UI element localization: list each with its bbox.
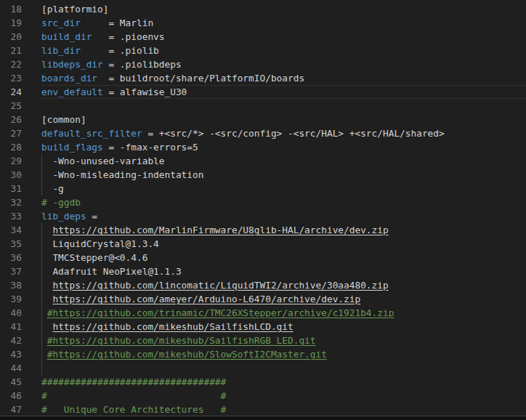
code-line-content[interactable] xyxy=(41,361,526,375)
code-token: # Unique Core Architectures # xyxy=(41,404,226,415)
code-line-content[interactable]: https://github.com/MarlinFirmware/U8glib… xyxy=(41,223,526,237)
code-token: = .piolibdeps xyxy=(103,59,182,70)
code-line-content[interactable]: TMCStepper@<0.4.6 xyxy=(41,251,526,264)
line-number[interactable]: 26 xyxy=(0,113,36,126)
code-line: 40 #https://github.com/trinamic/TMC26XSt… xyxy=(0,306,526,320)
code-line-content[interactable]: [common] xyxy=(41,113,526,126)
line-number[interactable]: 31 xyxy=(0,182,36,195)
url-link[interactable]: https://github.com/lincomatic/LiquidTWI2… xyxy=(52,280,388,291)
code-line: 46# # xyxy=(0,389,526,403)
url-link[interactable]: #https://github.com/mikeshub/SailfishRGB… xyxy=(47,335,316,346)
line-number[interactable]: 35 xyxy=(0,237,36,251)
line-number[interactable]: 41 xyxy=(0,320,36,334)
code-line-content[interactable]: # -ggdb xyxy=(41,195,526,209)
line-number[interactable]: 47 xyxy=(0,403,36,416)
code-line: 27default_src_filter = +<src/*> -<src/co… xyxy=(0,126,526,140)
code-line: 45################################# xyxy=(0,375,526,389)
line-number[interactable]: 20 xyxy=(0,30,36,44)
code-line-content[interactable]: ################################# xyxy=(41,375,526,389)
line-number[interactable]: 29 xyxy=(0,154,36,168)
line-number[interactable]: 21 xyxy=(0,44,36,57)
code-line-content[interactable]: # # xyxy=(41,389,526,403)
code-line-content[interactable] xyxy=(41,99,526,113)
url-link[interactable]: #https://github.com/trinamic/TMC26XStepp… xyxy=(47,307,394,318)
code-token: = alfawise_U30 xyxy=(103,86,187,97)
url-link[interactable]: https://github.com/ameyer/Arduino-L6470/… xyxy=(52,294,360,304)
code-line: 30 -Wno-misleading-indentation xyxy=(0,168,526,182)
code-line-content[interactable]: Adafruit NeoPixel@1.1.3 xyxy=(41,264,526,278)
code-token: build_flags xyxy=(41,142,103,153)
url-link[interactable]: https://github.com/mikeshub/SailfishLCD.… xyxy=(52,321,293,332)
line-number[interactable]: 46 xyxy=(0,389,36,403)
code-area: 18[platformio]19src_dir = Marlin20build_… xyxy=(0,0,526,416)
line-number[interactable]: 43 xyxy=(0,347,36,361)
code-line-content[interactable]: [platformio] xyxy=(41,2,526,16)
code-line-content[interactable]: LiquidCrystal@1.3.4 xyxy=(41,237,526,251)
line-number[interactable]: 36 xyxy=(0,251,36,264)
code-line-content[interactable]: boards_dir = buildroot/share/PlatformIO/… xyxy=(41,71,526,85)
code-line-content[interactable]: https://github.com/lincomatic/LiquidTWI2… xyxy=(41,278,526,292)
code-token: = -fmax-errors=5 xyxy=(103,142,198,153)
code-line-content[interactable]: # Unique Core Architectures # xyxy=(41,403,526,416)
line-number[interactable]: 18 xyxy=(0,2,36,16)
code-line-content[interactable]: -g xyxy=(41,182,526,195)
code-line: 34 https://github.com/MarlinFirmware/U8g… xyxy=(0,223,526,237)
code-line-content[interactable]: #https://github.com/mikeshub/SlowSoftI2C… xyxy=(41,347,526,361)
code-line: 42 #https://github.com/mikeshub/Sailfish… xyxy=(0,334,526,347)
code-token: Adafruit NeoPixel@1.1.3 xyxy=(41,266,182,277)
editor-bottom-border xyxy=(0,416,526,420)
code-line-content[interactable]: #https://github.com/mikeshub/SailfishRGB… xyxy=(41,334,526,347)
code-token: TMCStepper@<0.4.6 xyxy=(41,252,147,263)
url-link[interactable]: #https://github.com/mikeshub/SlowSoftI2C… xyxy=(47,349,327,360)
code-line-content[interactable]: https://github.com/mikeshub/SailfishLCD.… xyxy=(41,320,526,334)
line-number[interactable]: 38 xyxy=(0,278,36,292)
line-number[interactable]: 24 xyxy=(0,85,36,99)
line-number[interactable]: 30 xyxy=(0,168,36,182)
code-token: # -ggdb xyxy=(41,197,81,208)
line-number[interactable]: 44 xyxy=(0,361,36,375)
code-line: 29 -Wno-unused-variable xyxy=(0,154,526,168)
line-number[interactable]: 33 xyxy=(0,209,36,223)
code-line-content[interactable]: build_dir = .pioenvs xyxy=(41,30,526,44)
line-number[interactable]: 34 xyxy=(0,223,36,237)
code-line: 36 TMCStepper@<0.4.6 xyxy=(0,251,526,264)
code-token: = buildroot/share/PlatformIO/boards xyxy=(97,73,304,84)
code-line-content[interactable]: https://github.com/ameyer/Arduino-L6470/… xyxy=(41,292,526,306)
code-line: 25 xyxy=(0,99,526,113)
code-line-content[interactable]: #https://github.com/trinamic/TMC26XStepp… xyxy=(41,306,526,320)
line-number[interactable]: 28 xyxy=(0,140,36,154)
url-link[interactable]: https://github.com/MarlinFirmware/U8glib… xyxy=(52,225,388,235)
line-number[interactable]: 37 xyxy=(0,264,36,278)
code-token xyxy=(41,349,47,360)
code-line-content[interactable]: default_src_filter = +<src/*> -<src/conf… xyxy=(41,126,526,140)
line-number[interactable]: 23 xyxy=(0,71,36,85)
code-token: [common] xyxy=(41,114,86,125)
code-line-content[interactable]: env_default = alfawise_U30 xyxy=(41,85,526,99)
code-token: = +<src/*> -<src/config> -<src/HAL> +<sr… xyxy=(142,128,445,139)
code-line: 32# -ggdb xyxy=(0,195,526,209)
code-line-content[interactable]: src_dir = Marlin xyxy=(41,16,526,30)
code-token: env_default xyxy=(41,86,103,97)
line-number[interactable]: 22 xyxy=(0,57,36,71)
code-token: lib_dir xyxy=(41,45,81,56)
line-number[interactable]: 25 xyxy=(0,99,36,113)
line-number[interactable]: 39 xyxy=(0,292,36,306)
line-number[interactable]: 32 xyxy=(0,195,36,209)
code-line-content[interactable]: lib_deps = xyxy=(41,209,526,223)
code-line-content[interactable]: lib_dir = .piolib xyxy=(41,44,526,57)
code-line: 38 https://github.com/lincomatic/LiquidT… xyxy=(0,278,526,292)
code-line-content[interactable]: build_flags = -fmax-errors=5 xyxy=(41,140,526,154)
line-number[interactable]: 27 xyxy=(0,126,36,140)
code-line-content[interactable]: -Wno-misleading-indentation xyxy=(41,168,526,182)
code-token: -Wno-misleading-indentation xyxy=(41,169,203,180)
line-number[interactable]: 42 xyxy=(0,334,36,347)
code-line: 39 https://github.com/ameyer/Arduino-L64… xyxy=(0,292,526,306)
code-token: = xyxy=(86,211,97,222)
code-line-content[interactable]: libdeps_dir = .piolibdeps xyxy=(41,57,526,71)
code-token xyxy=(41,280,52,291)
line-number[interactable]: 40 xyxy=(0,306,36,320)
code-token: = Marlin xyxy=(81,17,153,28)
code-line-content[interactable]: -Wno-unused-variable xyxy=(41,154,526,168)
line-number[interactable]: 19 xyxy=(0,16,36,30)
line-number[interactable]: 45 xyxy=(0,375,36,389)
